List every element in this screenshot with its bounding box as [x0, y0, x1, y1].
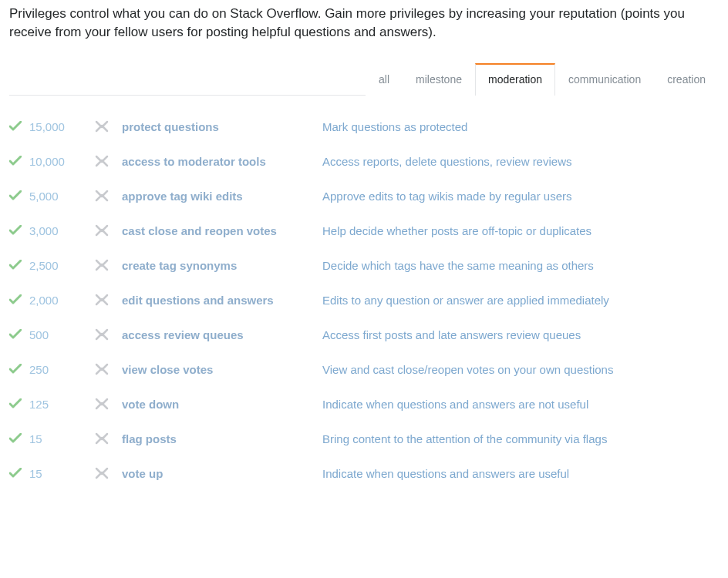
tab-moderation[interactable]: moderation	[475, 63, 555, 96]
privilege-name: protect questions	[122, 120, 322, 133]
privilege-description: Bring content to the attention of the co…	[322, 432, 719, 445]
privilege-row[interactable]: 5,000approve tag wiki editsApprove edits…	[9, 179, 719, 213]
privilege-name: vote up	[122, 467, 322, 480]
privilege-badge-icon	[94, 398, 122, 410]
privilege-row[interactable]: 15vote upIndicate when questions and ans…	[9, 456, 719, 491]
checkmark-icon	[9, 190, 29, 201]
privilege-name: edit questions and answers	[122, 294, 322, 307]
privilege-row[interactable]: 10,000access to moderator toolsAccess re…	[9, 144, 719, 179]
privilege-row[interactable]: 125vote downIndicate when questions and …	[9, 387, 719, 422]
checkmark-icon	[9, 156, 29, 166]
privilege-name: view close votes	[122, 363, 322, 376]
checkmark-icon	[9, 294, 29, 305]
privilege-description: Edits to any question or answer are appl…	[322, 294, 719, 307]
privilege-reputation: 15	[29, 467, 94, 480]
privilege-name: access review queues	[122, 328, 322, 341]
privilege-description: Help decide whether posts are off-topic …	[322, 224, 719, 237]
privilege-reputation: 5,000	[29, 190, 94, 203]
tab-milestone[interactable]: milestone	[403, 63, 475, 96]
privilege-row[interactable]: 2,500create tag synonymsDecide which tag…	[9, 248, 719, 283]
privilege-description: Access reports, delete questions, review…	[322, 155, 719, 168]
privilege-reputation: 2,000	[29, 294, 94, 307]
privilege-list: 15,000protect questionsMark questions as…	[9, 109, 719, 491]
checkmark-icon	[9, 329, 29, 340]
privilege-name: flag posts	[122, 432, 322, 445]
privilege-badge-icon	[94, 120, 122, 133]
privilege-row[interactable]: 3,000cast close and reopen votesHelp dec…	[9, 213, 719, 248]
privilege-row[interactable]: 2,000edit questions and answersEdits to …	[9, 283, 719, 318]
privilege-description: Mark questions as protected	[322, 120, 719, 133]
checkmark-icon	[9, 433, 29, 444]
privilege-badge-icon	[94, 224, 122, 237]
tab-all[interactable]: all	[366, 63, 403, 96]
privilege-name: vote down	[122, 398, 322, 411]
privilege-badge-icon	[94, 363, 122, 375]
privilege-badge-icon	[94, 259, 122, 271]
privilege-description: View and cast close/reopen votes on your…	[322, 363, 719, 376]
privilege-reputation: 2,500	[29, 259, 94, 272]
privilege-badge-icon	[94, 294, 122, 306]
privilege-description: Approve edits to tag wikis made by regul…	[322, 190, 719, 203]
privilege-reputation: 3,000	[29, 224, 94, 237]
checkmark-icon	[9, 121, 29, 132]
privilege-reputation: 10,000	[29, 155, 94, 168]
privilege-reputation: 15	[29, 432, 94, 445]
privilege-badge-icon	[94, 190, 122, 202]
privilege-badge-icon	[94, 432, 122, 445]
privilege-badge-icon	[94, 155, 122, 167]
privilege-name: cast close and reopen votes	[122, 224, 322, 237]
privilege-row[interactable]: 15flag postsBring content to the attenti…	[9, 422, 719, 456]
tab-creation[interactable]: creation	[654, 63, 719, 96]
tabs-row: allmilestonemoderationcommunicationcreat…	[9, 63, 719, 96]
privilege-description: Indicate when questions and answers are …	[322, 467, 719, 480]
privilege-name: create tag synonyms	[122, 259, 322, 272]
intro-text: Privileges control what you can do on St…	[9, 5, 719, 42]
checkmark-icon	[9, 364, 29, 375]
privilege-reputation: 125	[29, 398, 94, 411]
privilege-description: Decide which tags have the same meaning …	[322, 259, 719, 272]
checkmark-icon	[9, 468, 29, 479]
privilege-row[interactable]: 250view close votesView and cast close/r…	[9, 352, 719, 387]
privilege-reputation: 500	[29, 328, 94, 341]
privilege-row[interactable]: 15,000protect questionsMark questions as…	[9, 109, 719, 144]
checkmark-icon	[9, 398, 29, 409]
checkmark-icon	[9, 260, 29, 271]
privilege-badge-icon	[94, 467, 122, 479]
privilege-name: access to moderator tools	[122, 155, 322, 168]
privilege-reputation: 250	[29, 363, 94, 376]
tab-communication[interactable]: communication	[555, 63, 654, 96]
privilege-badge-icon	[94, 328, 122, 341]
privilege-reputation: 15,000	[29, 120, 94, 133]
privilege-description: Indicate when questions and answers are …	[322, 398, 719, 411]
privilege-row[interactable]: 500access review queuesAccess first post…	[9, 318, 719, 352]
checkmark-icon	[9, 225, 29, 236]
privilege-description: Access first posts and late answers revi…	[322, 328, 719, 341]
privilege-name: approve tag wiki edits	[122, 190, 322, 203]
